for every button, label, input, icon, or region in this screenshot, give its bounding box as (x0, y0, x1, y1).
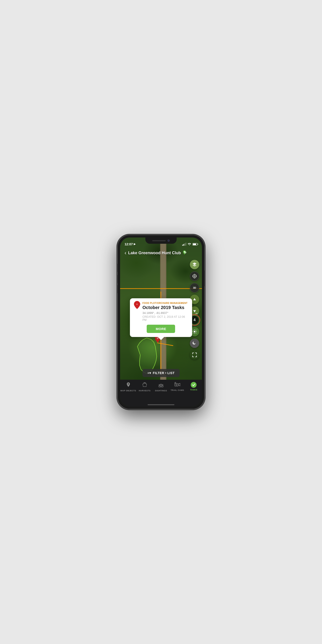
svg-point-8 (194, 276, 195, 277)
notch (145, 238, 177, 244)
svg-line-18 (193, 330, 194, 330)
tab-map-objects[interactable]: MAP OBJECTS (120, 382, 136, 392)
filter-label: FILTER • LIST (153, 371, 174, 375)
popup-more-button[interactable]: MORE (147, 325, 175, 333)
locate-button[interactable] (190, 272, 199, 281)
map-title: Lake Greenwood Hunt Club • (128, 250, 187, 256)
3d-button[interactable]: 3D (190, 283, 199, 292)
svg-line-19 (196, 333, 196, 333)
svg-text:≡: ≡ (136, 303, 138, 306)
signal-bars (182, 242, 186, 246)
fullscreen-button[interactable] (190, 350, 199, 360)
map-objects-icon (126, 382, 131, 389)
layers-button[interactable] (190, 260, 199, 269)
3d-label: 3D (193, 286, 196, 289)
tab-bar: MAP OBJECTS HARVESTS (120, 380, 202, 406)
club-name: Lake Greenwood Hunt Club (128, 251, 181, 255)
harvests-icon (142, 382, 147, 389)
tasks-check-icon (191, 382, 196, 388)
map-popup: ≡ FOOD PLOT/ORCHARD MANAGEMENT October 2… (130, 298, 192, 337)
navigation-icon: ▶ (134, 242, 136, 246)
svg-marker-33 (178, 383, 180, 386)
svg-point-28 (162, 385, 164, 387)
home-indicator (148, 404, 174, 405)
tab-trail-cams[interactable]: TRAIL CAMS (169, 382, 186, 391)
tab-tasks[interactable]: TASKS (186, 382, 202, 391)
phone-frame: ≡ 12:07 ▶ (118, 235, 204, 409)
svg-point-30 (160, 384, 162, 385)
popup-title: October 2019 Tasks (142, 305, 188, 310)
status-icons (182, 242, 198, 246)
battery-icon (192, 243, 198, 246)
sightings-icon (158, 382, 164, 389)
svg-line-21 (193, 333, 194, 333)
tab-map-objects-label: MAP OBJECTS (120, 390, 136, 392)
phone-screen: ≡ 12:07 ▶ (120, 238, 202, 406)
svg-point-27 (160, 385, 162, 387)
tab-sightings[interactable]: SIGHTINGS (153, 382, 169, 392)
map-area[interactable]: ≡ 12:07 ▶ (120, 238, 202, 406)
svg-point-26 (158, 385, 160, 387)
filter-list-button[interactable]: ≡▾ FILTER • LIST (142, 369, 180, 377)
tab-tasks-label: TASKS (190, 389, 197, 391)
popup-pin-icon: ≡ (134, 301, 140, 310)
svg-line-23 (143, 382, 144, 383)
trail-cams-icon (174, 382, 180, 388)
popup-content: FOOD PLOT/ORCHARD MANAGEMENT October 201… (142, 302, 188, 322)
status-time: 12:07 ▶ (124, 242, 136, 246)
map-header: ‹ Lake Greenwood Hunt Club • (120, 247, 202, 258)
svg-line-20 (196, 330, 196, 330)
popup-category: FOOD PLOT/ORCHARD MANAGEMENT (142, 302, 188, 304)
popup-coords: 34.1899°, -81.8937° (142, 311, 188, 314)
svg-point-35 (175, 382, 176, 384)
tab-harvests[interactable]: HARVESTS (136, 382, 153, 392)
svg-point-13 (194, 331, 196, 332)
popup-header: ≡ FOOD PLOT/ORCHARD MANAGEMENT October 2… (134, 302, 188, 322)
tab-harvests-label: HARVESTS (139, 390, 150, 392)
location-pin-icon: • (182, 250, 187, 256)
popup-created: CREATED: Oct 2, 2019 at 12:06 PM (142, 315, 188, 322)
filter-icon: ≡▾ (147, 371, 151, 375)
speaker (152, 240, 166, 241)
svg-marker-6 (192, 264, 196, 266)
svg-point-31 (162, 384, 163, 385)
wifi-icon (188, 242, 191, 246)
svg-point-34 (176, 384, 177, 386)
back-button[interactable]: ‹ (123, 249, 128, 257)
svg-rect-32 (175, 384, 178, 386)
tab-sightings-label: SIGHTINGS (155, 390, 167, 392)
svg-point-29 (159, 384, 160, 385)
svg-point-7 (193, 274, 196, 278)
moon-button[interactable] (190, 338, 199, 348)
camera (168, 240, 170, 242)
tab-trail-cams-label: TRAIL CAMS (170, 389, 184, 391)
svg-line-24 (146, 382, 146, 383)
